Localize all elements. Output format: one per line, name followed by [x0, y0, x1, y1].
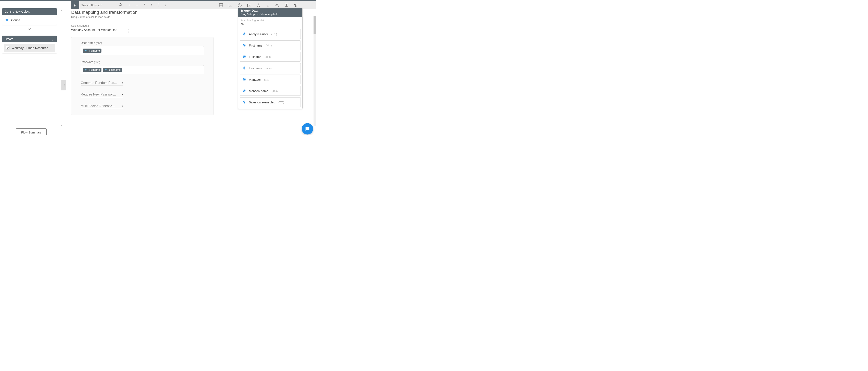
idea-icon[interactable]: $ [275, 3, 279, 7]
svg-line-1 [121, 5, 122, 6]
flow-arrow-icon: ︾ [2, 28, 57, 32]
trigger-item-firstname[interactable]: Firstname(abc) [240, 40, 301, 50]
trigger-item-lastname[interactable]: Lastname(abc) [240, 63, 301, 73]
get-object-item[interactable]: Coupa [2, 15, 57, 25]
op-plus[interactable]: + [128, 3, 130, 7]
chevron-down-icon: ▼ [121, 105, 123, 107]
trigger-item-analytics-user[interactable]: Analytics-user(T/F) [240, 29, 301, 39]
trigger-item-fullname[interactable]: Fullname(abc) [240, 52, 301, 62]
op-slash[interactable]: / [151, 3, 152, 7]
svg-point-6 [268, 4, 268, 4]
calculator-icon[interactable] [219, 3, 223, 7]
field-icon [242, 32, 246, 36]
scroll-down-icon[interactable]: ▼ [60, 124, 62, 127]
text-cursor [124, 68, 124, 71]
svg-point-14 [295, 5, 297, 6]
function-search-input[interactable] [79, 2, 124, 8]
trigger-subtitle: Drag & drop or click to map fields [241, 12, 300, 15]
create-title: Create [5, 37, 13, 41]
page-subtitle: Drag & drop or click to map fields [71, 15, 214, 19]
trigger-header: Trigger Data Drag & drop or click to map… [238, 8, 302, 17]
chevron-down-icon: ▼ [121, 82, 123, 84]
trigger-list: Analytics-user(T/F) Firstname(abc) Fulln… [238, 27, 302, 109]
chat-button[interactable] [302, 123, 313, 135]
create-card: Create ⋮ w Workday Human Resource [2, 36, 57, 54]
mapping-form: User Name (abc) ✳|Fullname Password (abc… [71, 37, 214, 115]
font-icon[interactable] [256, 3, 261, 7]
select-attribute-value[interactable]: Workday Account For Worker Dat… [71, 28, 122, 32]
chip-fullname[interactable]: ✳|Fullname [83, 48, 101, 53]
generate-random-password-dropdown[interactable]: Generate Random Pas…▼ [81, 80, 123, 86]
create-item-label: Workday Human Resource [11, 46, 48, 49]
op-rparen[interactable]: ) [164, 3, 166, 7]
require-new-password-dropdown[interactable]: Require New Passwor…▼ [81, 92, 123, 97]
create-header: Create ⋮ [2, 36, 57, 42]
chat-icon [305, 126, 310, 132]
chevron-down-icon: ▼ [121, 93, 123, 96]
vertical-scrollbar[interactable] [313, 16, 316, 126]
trigger-search-placeholder: Search a Trigger field... [240, 19, 300, 22]
trigger-item-manager[interactable]: Manager(abc) [240, 74, 301, 84]
field-icon [242, 43, 246, 47]
main-panel: Data mapping and transformation Drag & d… [71, 10, 214, 115]
flow-summary-button[interactable]: Flow Summary [16, 128, 47, 135]
get-object-item-label: Coupa [11, 18, 20, 22]
get-object-title: Get the New Object [5, 10, 29, 13]
svg-point-12 [294, 4, 296, 5]
field-icon [242, 89, 246, 93]
field-icon [242, 100, 246, 104]
clock-icon[interactable] [238, 3, 242, 7]
trigger-item-mention-name[interactable]: Mention-name(abc) [240, 86, 301, 96]
create-menu-icon[interactable]: ⋮ [50, 38, 54, 40]
svg-rect-7 [268, 5, 268, 7]
field-icon [242, 66, 246, 70]
op-lparen[interactable]: ( [158, 3, 159, 7]
settings-icon[interactable] [293, 3, 298, 7]
username-input[interactable]: ✳|Fullname [81, 46, 204, 55]
select-attribute-label: Select Attribute [71, 24, 214, 27]
chart-icon[interactable] [247, 3, 251, 7]
left-panel: Get the New Object Coupa ︾ Create ⋮ w Wo… [2, 8, 57, 56]
fx-icon: fx [71, 1, 79, 9]
password-input[interactable]: ✳|Fullname ✳|Lastname [81, 65, 204, 74]
trigger-search[interactable]: Search a Trigger field... na [238, 17, 302, 27]
trigger-data-panel: Trigger Data Drag & drop or click to map… [238, 8, 303, 109]
collapse-left-icon[interactable]: 〈 [61, 80, 66, 91]
page-title: Data mapping and transformation [71, 10, 214, 15]
op-star[interactable]: * [144, 3, 145, 7]
trigger-item-salesforce-enabled[interactable]: Salesforce-enabled(T/F) [240, 97, 301, 107]
get-object-header: Get the New Object [2, 8, 57, 15]
function-search[interactable] [79, 2, 124, 8]
field-icon [242, 55, 246, 59]
svg-point-0 [119, 3, 121, 6]
brain-icon[interactable] [284, 3, 289, 7]
chip-fullname-2[interactable]: ✳|Fullname [83, 68, 101, 72]
get-object-card: Get the New Object Coupa [2, 8, 57, 25]
search-icon[interactable] [119, 3, 122, 7]
chip-source-icon: ✳ [85, 49, 87, 52]
scroll-up-icon[interactable]: ▲ [60, 9, 62, 11]
field-icon [242, 77, 246, 82]
coupa-icon [5, 18, 9, 22]
workday-icon: w [6, 46, 9, 49]
operator-row: + − * / ( ) [128, 3, 166, 7]
info-icon[interactable] [266, 3, 270, 7]
password-label: Password (abc) [81, 60, 204, 64]
angle-icon[interactable] [228, 3, 232, 7]
trigger-search-value[interactable]: na [240, 22, 300, 27]
chip-lastname[interactable]: ✳|Lastname [103, 68, 122, 72]
toolbar-icons: $ [219, 3, 316, 7]
svg-point-13 [296, 4, 297, 5]
chip-source-icon: ✳ [85, 68, 87, 71]
mfa-dropdown[interactable]: Multi Factor Authentic…▼ [81, 103, 123, 109]
chip-source-icon: ✳ [105, 68, 107, 71]
username-label: User Name (abc) [81, 41, 204, 44]
scrollbar-thumb[interactable] [313, 16, 316, 34]
select-attribute-menu-icon[interactable]: ⋮ [127, 29, 130, 33]
svg-text:$: $ [277, 4, 277, 6]
op-minus[interactable]: − [136, 3, 138, 7]
create-item[interactable]: w Workday Human Resource [4, 44, 55, 52]
trigger-title: Trigger Data [241, 9, 300, 12]
